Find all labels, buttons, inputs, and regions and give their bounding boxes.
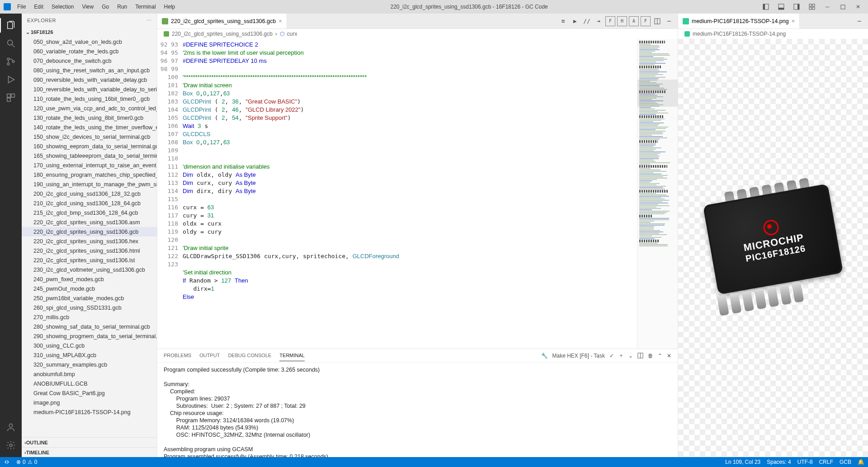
file-item[interactable]: 220_i2c_glcd_sprites_using_ssd1306.gcb xyxy=(22,227,157,236)
file-item[interactable]: 150_show_i2c_devices_to_serial_terminal.… xyxy=(22,132,157,142)
bell-icon[interactable]: 🔔 xyxy=(858,459,864,465)
cursor-position[interactable]: Ln 109, Col 23 xyxy=(725,459,760,465)
file-item[interactable]: 260_spi_glcd_using_SSD1331.gcb xyxy=(22,303,157,312)
source-control-icon[interactable] xyxy=(0,52,22,71)
file-list[interactable]: 050_show_a2d_value_on_leds.gcb060_variab… xyxy=(22,37,157,437)
menu-selection[interactable]: Selection xyxy=(48,2,77,12)
more-actions-icon[interactable]: ⋯ xyxy=(854,16,864,26)
format-h-icon[interactable]: H xyxy=(617,16,627,26)
toggle-panel-bottom-icon[interactable] xyxy=(775,2,788,11)
run-debug-icon[interactable] xyxy=(0,71,22,89)
toggle-panel-right-icon[interactable] xyxy=(790,2,803,11)
format-a-icon[interactable]: A xyxy=(629,16,639,26)
file-item[interactable]: 220_i2c_glcd_sprites_using_ssd1306.asm xyxy=(22,217,157,227)
language-mode[interactable]: GCB xyxy=(840,459,851,465)
minimap[interactable] xyxy=(637,39,678,349)
new-terminal-icon[interactable]: ＋ xyxy=(618,352,624,359)
extensions-icon[interactable] xyxy=(0,89,22,107)
remote-icon[interactable] xyxy=(4,459,10,465)
file-item[interactable]: 240_pwm_fixed_modes.gcb xyxy=(22,274,157,284)
preview-breadcrumb[interactable]: medium-PIC16F18126-TSSOP-14.png xyxy=(678,29,868,39)
menu-edit[interactable]: Edit xyxy=(30,2,47,12)
panel-tab-debug-console[interactable]: DEBUG CONSOLE xyxy=(228,350,271,361)
menu-file[interactable]: File xyxy=(14,2,29,12)
file-item[interactable]: 210_i2c_glcd_using_ssd1306_128_64.gcb xyxy=(22,198,157,208)
file-item[interactable]: anobiumfull.bmp xyxy=(22,369,157,379)
indent-item[interactable]: Spaces: 4 xyxy=(767,459,791,465)
search-icon[interactable] xyxy=(0,34,22,52)
file-item[interactable]: Great Cow BASIC_Part6.jpg xyxy=(22,388,157,398)
file-item[interactable]: ANOBIUMFULL.GCB xyxy=(22,379,157,388)
panel-tab-problems[interactable]: PROBLEMS xyxy=(164,350,191,361)
terminal-output[interactable]: Program compiled successfully (Compile t… xyxy=(157,363,678,457)
more-icon[interactable]: ⋯ xyxy=(146,18,152,24)
file-item[interactable]: 230_i2c_glcd_voltmeter_using_ssd1306.gcb xyxy=(22,265,157,274)
indent-icon[interactable]: ⇥ xyxy=(594,16,604,26)
file-item[interactable]: 120_use_pwm_via_ccp_and_adc_to_control_l… xyxy=(22,104,157,113)
file-item[interactable]: medium-PIC16F18126-TSSOP-14.png xyxy=(22,407,157,417)
format-f2-icon[interactable]: F xyxy=(641,16,651,26)
task-label[interactable]: Make HEX [F6] - Task xyxy=(552,353,605,359)
code-area[interactable]: 92 93 94 95 96 97 98 99 100 101 102 103 … xyxy=(157,39,678,349)
errors-item[interactable]: ⊗0 ⚠0 xyxy=(16,459,37,465)
file-item[interactable]: 270_millis.gcb xyxy=(22,312,157,322)
check-icon[interactable]: ✓ xyxy=(609,353,614,359)
panel-tab-terminal[interactable]: TERMINAL xyxy=(279,350,305,361)
comment-slash-icon[interactable]: // xyxy=(582,16,592,26)
menu-view[interactable]: View xyxy=(78,2,97,12)
folder-header[interactable]: ⌄ 16F18126 xyxy=(22,27,157,37)
list-icon[interactable]: ≡ xyxy=(558,16,568,26)
file-item[interactable]: 100_reversible_leds_with_variable_delay_… xyxy=(22,85,157,94)
editor-tab[interactable]: 220_i2c_glcd_sprites_using_ssd1306.gcb × xyxy=(157,14,287,28)
outline-section[interactable]: ›OUTLINE xyxy=(22,437,157,447)
file-item[interactable]: 180_ensuring_program_matches_chip_specfi… xyxy=(22,170,157,179)
split-editor-icon[interactable] xyxy=(652,16,662,26)
menu-help[interactable]: Help xyxy=(160,2,179,12)
file-item[interactable]: 130_rotate_the_leds_using_8bit_timer0.gc… xyxy=(22,113,157,123)
file-item[interactable]: 300_using_CLC.gcb xyxy=(22,341,157,350)
file-item[interactable]: 280_showing_saf_data_to_serial_terminal.… xyxy=(22,322,157,331)
breadcrumb[interactable]: 220_i2c_glcd_sprites_using_ssd1306.gcb ›… xyxy=(157,29,678,39)
file-item[interactable]: 080_using_the_reset_switch_as_an_input.g… xyxy=(22,66,157,75)
terminal-dropdown-icon[interactable]: ⌄ xyxy=(628,353,633,359)
image-preview[interactable]: MICROCHIP PIC16F18126 xyxy=(678,39,868,457)
more-actions-icon[interactable]: ⋯ xyxy=(664,16,674,26)
eol-item[interactable]: CRLF xyxy=(819,459,833,465)
minimap-viewport[interactable] xyxy=(637,80,678,107)
format-f-icon[interactable]: F xyxy=(605,16,615,26)
file-item[interactable]: 050_show_a2d_value_on_leds.gcb xyxy=(22,37,157,47)
settings-gear-icon[interactable] xyxy=(0,436,22,454)
file-item[interactable]: 320_summary_examples.gcb xyxy=(22,360,157,369)
accounts-icon[interactable] xyxy=(0,418,22,436)
split-terminal-icon[interactable] xyxy=(637,353,643,359)
menu-run[interactable]: Run xyxy=(113,2,131,12)
minimize-icon[interactable]: ─ xyxy=(821,2,834,11)
file-item[interactable]: 200_i2c_glcd_using_ssd1306_128_32.gcb xyxy=(22,189,157,198)
file-item[interactable]: 070_debounce_the_switch.gcb xyxy=(22,56,157,66)
file-item[interactable]: 110_rotate_the_leds_using_16bit_timer0_.… xyxy=(22,94,157,104)
file-item[interactable]: 245_pwmOut_mode.gcb xyxy=(22,284,157,293)
close-window-icon[interactable]: ✕ xyxy=(852,2,864,11)
code-content[interactable]: #DEFINE SPRITECHOICE 2 '2ms is the lower… xyxy=(183,39,637,349)
customize-layout-icon[interactable] xyxy=(806,2,818,11)
toggle-panel-left-icon[interactable] xyxy=(760,2,772,11)
trash-icon[interactable]: 🗑 xyxy=(648,353,653,359)
close-tab-icon[interactable]: × xyxy=(278,18,282,24)
maximize-icon[interactable] xyxy=(836,2,849,11)
wrench-icon[interactable]: 🔧 xyxy=(541,353,548,359)
file-item[interactable]: 250_pwm16bit_variable_modes.gcb xyxy=(22,293,157,303)
file-item[interactable]: 160_showing_eeprom_data_to_serial_termin… xyxy=(22,142,157,151)
file-item[interactable]: 220_i2c_glcd_sprites_using_ssd1306.hex xyxy=(22,236,157,246)
file-item[interactable]: 215_i2c_glcd_bmp_ssd1306_128_64.gcb xyxy=(22,208,157,217)
encoding-item[interactable]: UTF-8 xyxy=(797,459,813,465)
chevron-up-icon[interactable]: ⌃ xyxy=(658,353,662,359)
explorer-icon[interactable] xyxy=(0,16,22,34)
preview-tab[interactable]: medium-PIC16F18126-TSSOP-14.png × xyxy=(678,14,800,28)
close-tab-icon[interactable]: × xyxy=(792,18,795,24)
file-item[interactable]: 090_reversible_leds_with_variable_delay.… xyxy=(22,75,157,85)
file-item[interactable]: 060_variable_rotate_the_leds.gcb xyxy=(22,47,157,56)
file-item[interactable]: 290_showing_progmem_data_to_serial_termi… xyxy=(22,331,157,341)
file-item[interactable]: 220_i2c_glcd_sprites_using_ssd1306.lst xyxy=(22,255,157,265)
run-icon[interactable]: ▶ xyxy=(570,16,580,26)
file-item[interactable]: 190_using_an_interrupt_to_manage_the_pwm… xyxy=(22,179,157,189)
